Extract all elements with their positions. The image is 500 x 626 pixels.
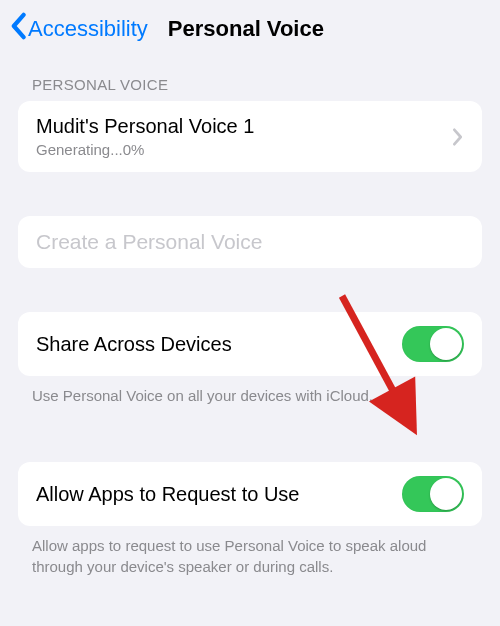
share-toggle[interactable] <box>402 326 464 362</box>
back-button[interactable]: Accessibility <box>8 12 148 46</box>
allow-toggle[interactable] <box>402 476 464 512</box>
share-label: Share Across Devices <box>36 333 232 356</box>
toggle-knob <box>430 478 462 510</box>
page-title: Personal Voice <box>168 16 324 42</box>
voice-item[interactable]: Mudit's Personal Voice 1 Generating...0% <box>18 101 482 172</box>
navbar: Accessibility Personal Voice <box>0 0 500 70</box>
voice-item-title: Mudit's Personal Voice 1 <box>36 115 254 138</box>
create-voice-button[interactable]: Create a Personal Voice <box>18 216 482 268</box>
allow-group: Allow Apps to Request to Use <box>18 462 482 526</box>
allow-label: Allow Apps to Request to Use <box>36 483 299 506</box>
share-group: Share Across Devices <box>18 312 482 376</box>
section-header-voices: PERSONAL VOICE <box>0 70 500 101</box>
toggle-knob <box>430 328 462 360</box>
voice-item-subtitle: Generating...0% <box>36 141 254 158</box>
chevron-right-icon <box>452 128 464 146</box>
chevron-left-icon <box>8 12 28 46</box>
back-label: Accessibility <box>28 16 148 42</box>
create-voice-label: Create a Personal Voice <box>36 230 262 254</box>
create-voice-group: Create a Personal Voice <box>18 216 482 268</box>
share-footer: Use Personal Voice on all your devices w… <box>0 376 500 406</box>
share-across-devices-row: Share Across Devices <box>18 312 482 376</box>
allow-footer: Allow apps to request to use Personal Vo… <box>0 526 500 577</box>
allow-apps-row: Allow Apps to Request to Use <box>18 462 482 526</box>
voices-group: Mudit's Personal Voice 1 Generating...0% <box>18 101 482 172</box>
